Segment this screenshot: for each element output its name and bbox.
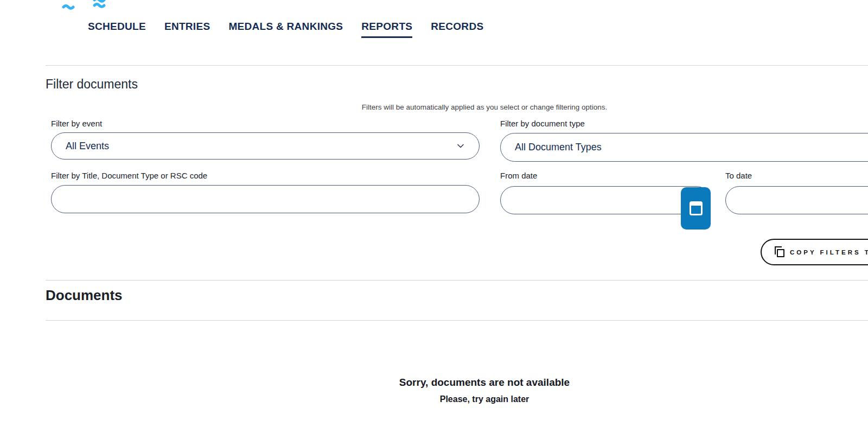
search-filter-field [51,185,480,213]
documents-section-title: Documents [46,287,123,304]
copy-icon [775,246,786,258]
event-filter-select[interactable]: All Events [51,132,480,160]
section-tabs: SCHEDULE ENTRIES MEDALS & RANKINGS REPOR… [88,21,483,38]
double-wave-logo-icon [92,0,107,12]
wave-logo-icon [62,2,76,13]
event-filter-label: Filter by event [51,119,102,128]
documents-top-divider [46,280,868,281]
copy-filters-button[interactable]: COPY FILTERS TO [761,239,868,265]
tab-records[interactable]: RECORDS [431,21,483,38]
to-date-label: To date [725,171,752,180]
documents-bottom-divider [46,320,868,321]
doctype-filter-label: Filter by document type [500,119,585,128]
tab-medals-rankings[interactable]: MEDALS & RANKINGS [228,21,343,38]
to-date-field [725,186,868,214]
documents-empty-subtitle: Please, try again later [0,394,868,404]
filter-helper-text: Filters will be automatically applied as… [0,103,868,111]
documents-empty-title: Sorry, documents are not available [0,377,868,389]
event-filter-value: All Events [66,141,451,152]
chevron-down-icon [456,142,465,150]
calendar-icon [690,201,703,215]
tab-entries[interactable]: ENTRIES [164,21,210,38]
search-filter-input[interactable] [66,186,465,213]
from-date-input[interactable] [515,187,696,214]
page: SCHEDULE ENTRIES MEDALS & RANKINGS REPOR… [0,0,868,433]
from-date-label: From date [500,171,537,180]
tab-reports[interactable]: REPORTS [361,21,412,38]
nav-divider [46,65,868,66]
tab-schedule[interactable]: SCHEDULE [88,21,146,38]
calendar-button[interactable] [681,187,711,230]
copy-filters-button-label: COPY FILTERS TO [790,249,868,256]
filter-section-title: Filter documents [46,77,138,92]
doctype-filter-select[interactable]: All Document Types [500,133,868,162]
from-date-field [500,186,711,214]
search-filter-label: Filter by Title, Document Type or RSC co… [51,171,207,180]
to-date-input[interactable] [740,187,868,214]
doctype-filter-value: All Document Types [515,142,868,153]
